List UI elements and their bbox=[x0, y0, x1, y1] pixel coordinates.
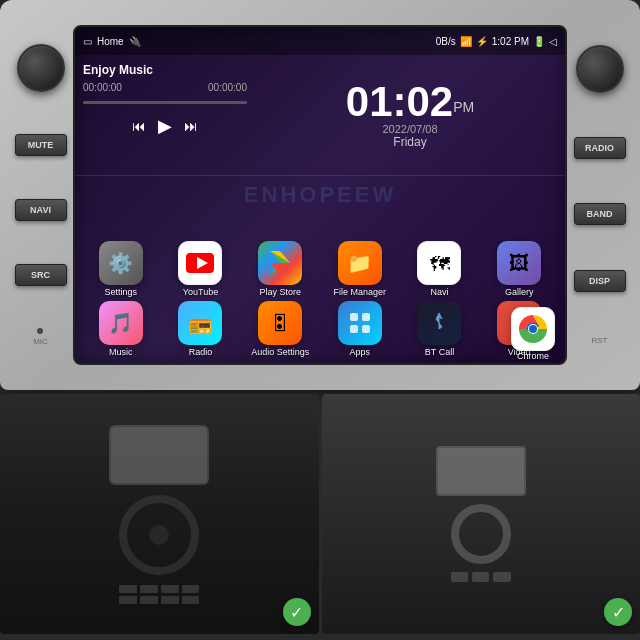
svg-rect-11 bbox=[362, 325, 370, 333]
music-icon: 🎵 bbox=[99, 301, 143, 345]
navi-icon: 🗺 bbox=[417, 241, 461, 285]
svg-point-15 bbox=[529, 325, 537, 333]
check-badge-right: ✓ bbox=[604, 598, 632, 626]
app-music[interactable]: 🎵 Music bbox=[83, 301, 159, 357]
settings-icon: ⚙️ bbox=[99, 241, 143, 285]
status-right: 0B/s 📶 ⚡ 1:02 PM 🔋 ◁ bbox=[436, 36, 557, 47]
music-label: Music bbox=[109, 347, 133, 357]
divider bbox=[75, 175, 565, 176]
chrome-icon bbox=[511, 307, 555, 351]
music-title: Enjoy Music bbox=[83, 63, 247, 77]
play-button[interactable]: ▶ bbox=[158, 115, 172, 137]
bottom-section: ✓ ✓ bbox=[0, 394, 640, 634]
youtube-label: YouTube bbox=[183, 287, 218, 297]
clock-day: Friday bbox=[393, 135, 426, 149]
check-badge-left: ✓ bbox=[283, 598, 311, 626]
app-btcall[interactable]: BT Call bbox=[402, 301, 478, 357]
watermark: ENHOPEEW bbox=[244, 182, 396, 208]
app-chrome[interactable]: Chrome bbox=[511, 307, 555, 361]
app-grid: ⚙️ Settings YouTube bbox=[75, 235, 565, 363]
svg-rect-8 bbox=[350, 313, 358, 321]
home-label: Home bbox=[97, 36, 124, 47]
app-apps[interactable]: Apps bbox=[322, 301, 398, 357]
clock-row: 01:02 PM bbox=[346, 81, 474, 123]
filemanager-icon: 📁 bbox=[338, 241, 382, 285]
stereo-unit: MUTE NAVI SRC MIC ▭ Home 🔌 0B/s 📶 ⚡ bbox=[0, 0, 640, 390]
music-panel: Enjoy Music 00:00:00 00:00:00 ⏮ ▶ ⏭ bbox=[75, 55, 255, 175]
right-knob[interactable] bbox=[576, 45, 624, 93]
navi-button[interactable]: NAVI bbox=[15, 199, 67, 221]
btcall-label: BT Call bbox=[425, 347, 454, 357]
src-button[interactable]: SRC bbox=[15, 264, 67, 286]
playstore-label: Play Store bbox=[259, 287, 301, 297]
screen: ▭ Home 🔌 0B/s 📶 ⚡ 1:02 PM 🔋 ◁ Enjoy Musi bbox=[73, 25, 567, 365]
band-button[interactable]: BAND bbox=[574, 203, 626, 225]
battery-icon: 🔋 bbox=[533, 36, 545, 47]
right-controls: RADIO BAND DISP RST bbox=[567, 10, 632, 380]
filemanager-label: File Manager bbox=[334, 287, 387, 297]
network-speed: 0B/s bbox=[436, 36, 456, 47]
svg-text:🗺: 🗺 bbox=[430, 253, 450, 275]
music-controls: ⏮ ▶ ⏭ bbox=[83, 115, 247, 137]
btcall-icon bbox=[417, 301, 461, 345]
app-settings[interactable]: ⚙️ Settings bbox=[83, 241, 159, 297]
rst-label[interactable]: RST bbox=[592, 336, 608, 345]
music-time: 00:00:00 00:00:00 bbox=[83, 82, 247, 93]
signal-icon: 📶 bbox=[460, 36, 472, 47]
app-radio[interactable]: 📻 Radio bbox=[163, 301, 239, 357]
youtube-icon bbox=[178, 241, 222, 285]
gallery-icon: 🖼 bbox=[497, 241, 541, 285]
audiosettings-icon: 🎛 bbox=[258, 301, 302, 345]
mute-button[interactable]: MUTE bbox=[15, 134, 67, 156]
radio-button[interactable]: RADIO bbox=[574, 137, 626, 159]
settings-label: Settings bbox=[105, 287, 138, 297]
app-audiosettings[interactable]: 🎛 Audio Settings bbox=[242, 301, 318, 357]
time-total: 00:00:00 bbox=[208, 82, 247, 93]
clock-time: 01:02 bbox=[346, 81, 453, 123]
status-bar: ▭ Home 🔌 0B/s 📶 ⚡ 1:02 PM 🔋 ◁ bbox=[75, 27, 565, 55]
app-playstore[interactable]: Play Store bbox=[242, 241, 318, 297]
navi-label: Navi bbox=[430, 287, 448, 297]
app-filemanager[interactable]: 📁 File Manager bbox=[322, 241, 398, 297]
app-gallery[interactable]: 🖼 Gallery bbox=[481, 241, 557, 297]
radio-label: Radio bbox=[189, 347, 213, 357]
clock-date: 2022/07/08 bbox=[382, 123, 437, 135]
radio-icon: 📻 bbox=[178, 301, 222, 345]
usb-icon: 🔌 bbox=[129, 36, 141, 47]
time-current: 00:00:00 bbox=[83, 82, 122, 93]
mic-label: MIC bbox=[33, 337, 48, 346]
left-controls: MUTE NAVI SRC MIC bbox=[8, 10, 73, 380]
clock-panel: 01:02 PM 2022/07/08 Friday bbox=[255, 55, 565, 175]
next-button[interactable]: ⏭ bbox=[184, 118, 198, 134]
main-container: MUTE NAVI SRC MIC ▭ Home 🔌 0B/s 📶 ⚡ bbox=[0, 0, 640, 640]
mic-area: MIC bbox=[33, 328, 48, 346]
time-display: 1:02 PM bbox=[492, 36, 529, 47]
photo-left: ✓ bbox=[0, 394, 319, 634]
app-navi[interactable]: 🗺 Navi bbox=[402, 241, 478, 297]
app-youtube[interactable]: YouTube bbox=[163, 241, 239, 297]
back-icon[interactable]: ◁ bbox=[549, 36, 557, 47]
playstore-icon bbox=[258, 241, 302, 285]
left-knob[interactable] bbox=[17, 44, 65, 92]
apps-label: Apps bbox=[350, 347, 371, 357]
status-left: ▭ Home 🔌 bbox=[83, 36, 141, 47]
audiosettings-label: Audio Settings bbox=[251, 347, 309, 357]
chrome-label: Chrome bbox=[517, 351, 549, 361]
bluetooth-icon: ⚡ bbox=[476, 36, 488, 47]
progress-bar[interactable] bbox=[83, 101, 247, 104]
clock-ampm: PM bbox=[453, 99, 474, 115]
gallery-label: Gallery bbox=[505, 287, 534, 297]
svg-rect-9 bbox=[362, 313, 370, 321]
apps-icon bbox=[338, 301, 382, 345]
disp-button[interactable]: DISP bbox=[574, 270, 626, 292]
screen-top-area: Enjoy Music 00:00:00 00:00:00 ⏮ ▶ ⏭ bbox=[75, 55, 565, 175]
photo-right: ✓ bbox=[322, 394, 641, 634]
svg-rect-10 bbox=[350, 325, 358, 333]
prev-button[interactable]: ⏮ bbox=[132, 118, 146, 134]
window-icon: ▭ bbox=[83, 36, 92, 47]
